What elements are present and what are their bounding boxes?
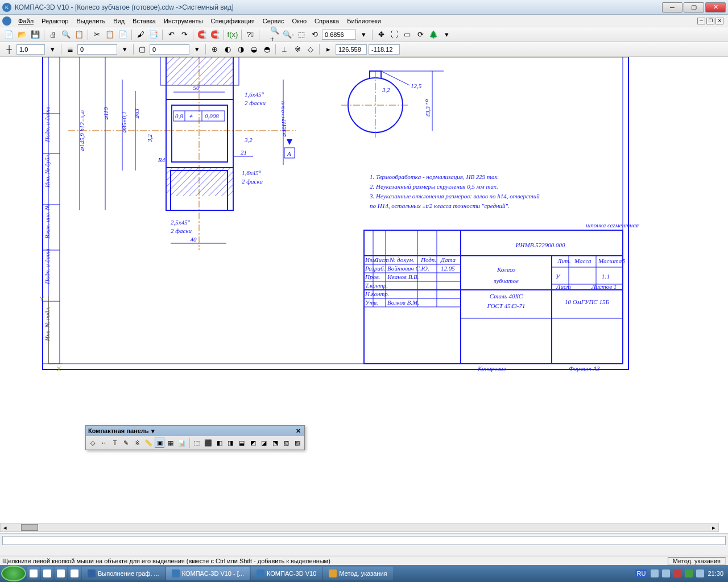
step-dd[interactable]: ▾ [47, 44, 58, 55]
variables-button[interactable]: f(x) [227, 29, 238, 40]
compact-panel[interactable]: Компактная панель ▾ ✕ ◇ ↔ T ✎ ※ 📏 ▣ ▦ 📊 … [85, 425, 305, 450]
new-button[interactable]: 📄 [3, 29, 15, 40]
label-button[interactable]: T [110, 438, 120, 448]
menu-window[interactable]: Окно [288, 16, 310, 26]
geom-button[interactable]: ◇ [88, 438, 98, 448]
taskbar-item-4[interactable]: Метод. указания [323, 567, 392, 580]
fit-button[interactable]: ⛶ [388, 29, 400, 40]
menu-help[interactable]: Справка [311, 16, 342, 26]
layer-input[interactable] [77, 44, 117, 55]
taskbar-ql3[interactable] [55, 567, 67, 580]
minimize-button[interactable]: ─ [662, 2, 682, 13]
compact-panel-header[interactable]: Компактная панель ▾ ✕ [86, 426, 304, 436]
h-scrollbar[interactable]: ◂ ▸ [0, 523, 719, 532]
drawing-workspace[interactable]: Подп. и дата Инв. № дубл. Взам. инв. № П… [0, 57, 728, 555]
clock[interactable]: 21:30 [708, 570, 723, 577]
menu-service[interactable]: Сервис [259, 16, 288, 26]
cp-t6[interactable]: ◩ [248, 438, 258, 448]
cp-t7[interactable]: ◪ [259, 438, 269, 448]
snap3-button[interactable]: ◑ [235, 44, 246, 55]
tray-icon-2[interactable] [662, 569, 670, 577]
menu-app-icon[interactable] [2, 16, 11, 26]
step-input[interactable] [16, 44, 45, 55]
cp-t2[interactable]: ⬛ [203, 438, 213, 448]
compact-panel-chevron-icon[interactable]: ▾ [149, 427, 157, 435]
zoom-dd-button[interactable]: ▾ [358, 29, 369, 40]
cp-t10[interactable]: ▨ [292, 438, 303, 448]
copy-props-button[interactable]: 🖌 [135, 29, 146, 40]
command-input[interactable] [2, 536, 726, 545]
child-min-button[interactable]: ─ [697, 18, 705, 24]
coord-x-input[interactable] [336, 44, 367, 55]
child-restore-button[interactable]: ❐ [706, 18, 714, 24]
lang-indicator[interactable]: RU [635, 569, 648, 577]
undo-button[interactable]: ↶ [166, 29, 177, 40]
menu-libs[interactable]: Библиотеки [344, 16, 384, 26]
taskbar-ql2[interactable] [41, 567, 53, 580]
select-button[interactable]: ▣ [155, 438, 165, 448]
tray-icon-3[interactable] [673, 569, 681, 577]
view-input[interactable] [150, 44, 189, 55]
cp-t8[interactable]: ⬔ [270, 438, 280, 448]
zoom-in-button[interactable]: 🔍+ [270, 29, 281, 40]
zoom-input[interactable] [322, 30, 356, 40]
coord-y-input[interactable] [369, 44, 400, 55]
menu-tools[interactable]: Инструменты [160, 16, 206, 26]
local-sk-button[interactable]: ◇ [305, 44, 316, 55]
zoom-prev-button[interactable]: ⟲ [309, 29, 320, 40]
cut-button[interactable]: ✂ [91, 29, 102, 40]
close-button[interactable]: ✕ [705, 2, 726, 13]
save-button[interactable]: 💾 [30, 29, 41, 40]
reports-button[interactable]: 📊 [177, 438, 187, 448]
menu-file[interactable]: Файл [15, 16, 37, 26]
cp-t5[interactable]: ⬓ [237, 438, 247, 448]
taskbar-item-3[interactable]: КОМПАС-3D V10 [251, 567, 322, 580]
zoom-window-button[interactable]: ⬚ [296, 29, 307, 40]
snap2-button[interactable]: ◐ [222, 44, 233, 55]
maximize-button[interactable]: ▢ [684, 2, 704, 13]
menu-spec[interactable]: Спецификация [208, 16, 258, 26]
view-dd[interactable]: ▾ [191, 44, 202, 55]
layers-button[interactable]: ≣ [64, 44, 76, 55]
grid-button[interactable]: ┼ [3, 44, 15, 55]
menu-select[interactable]: Выделить [73, 16, 109, 26]
cp-t3[interactable]: ◧ [214, 438, 225, 448]
preview-button[interactable]: 🔍 [60, 29, 72, 40]
cp-t4[interactable]: ◨ [225, 438, 235, 448]
props-button[interactable]: 📑 [148, 29, 159, 40]
dim-button[interactable]: ↔ [99, 438, 109, 448]
compact-panel-close-button[interactable]: ✕ [294, 427, 302, 435]
open-button[interactable]: 📂 [16, 29, 28, 40]
refresh-button[interactable]: ⟳ [415, 29, 426, 40]
menu-insert[interactable]: Вставка [129, 16, 159, 26]
round-button[interactable]: ※ [292, 44, 303, 55]
snap4-button[interactable]: ◒ [248, 44, 259, 55]
layer-dd[interactable]: ▾ [119, 44, 130, 55]
menu-view[interactable]: Вид [110, 16, 128, 26]
edit-button[interactable]: ✎ [121, 438, 131, 448]
ortho-button[interactable]: ⟂ [279, 44, 290, 55]
help-button[interactable]: ?⃝ [245, 29, 256, 40]
copy-button[interactable]: 📋 [104, 29, 115, 40]
param-button[interactable]: ※ [133, 438, 143, 448]
snap1-button[interactable]: ⊕ [209, 44, 220, 55]
taskbar-ql1[interactable] [27, 567, 40, 580]
zoom-select-button[interactable]: ▭ [402, 29, 413, 40]
menu-editor[interactable]: Редактор [38, 16, 72, 26]
tray-icon-4[interactable] [685, 569, 693, 577]
tray-icon-5[interactable] [696, 569, 704, 577]
tree-button[interactable]: 🌲 [428, 29, 439, 40]
taskbar-item-2[interactable]: КОМПАС-3D V10 - [... [166, 567, 250, 580]
measure-button[interactable]: 📏 [143, 438, 154, 448]
zoom-out-button[interactable]: 🔍- [283, 29, 294, 40]
tray-icon-1[interactable] [651, 569, 659, 577]
spec-button-cp[interactable]: ▦ [166, 438, 176, 448]
cp-t9[interactable]: ▧ [282, 438, 292, 448]
redo-button[interactable]: ↷ [179, 29, 190, 40]
pan-button[interactable]: ✥ [375, 29, 387, 40]
taskbar-item-1[interactable]: Выполнение граф. ... [82, 567, 165, 580]
taskbar-ql4[interactable] [68, 567, 81, 580]
views-button[interactable]: ▢ [136, 44, 148, 55]
libraries-button[interactable]: 🧲 [209, 29, 221, 40]
snap5-button[interactable]: ◓ [261, 44, 272, 55]
